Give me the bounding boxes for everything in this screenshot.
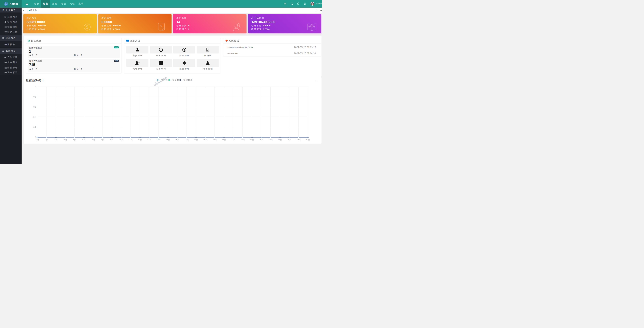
svg-text:13日: 13日 <box>147 138 152 141</box>
svg-text:0.2: 0.2 <box>34 126 36 128</box>
svg-text:24日: 24日 <box>250 138 254 141</box>
svg-text:0.6: 0.6 <box>34 106 36 108</box>
svg-text:6日: 6日 <box>82 138 86 141</box>
svg-text:15日: 15日 <box>166 138 170 141</box>
svg-text:2日: 2日 <box>45 138 48 141</box>
svg-text:20日: 20日 <box>212 138 217 141</box>
svg-text:?: ? <box>160 24 162 29</box>
svg-text:18日: 18日 <box>194 138 198 141</box>
svg-text:B: B <box>2 9 4 12</box>
svg-text:19日: 19日 <box>203 138 208 141</box>
svg-text:28日: 28日 <box>287 138 291 141</box>
svg-text:22日: 22日 <box>231 138 236 141</box>
svg-text:21日: 21日 <box>222 138 226 141</box>
svg-text:0: 0 <box>35 136 36 139</box>
svg-text:9日: 9日 <box>110 138 114 141</box>
svg-text:4日: 4日 <box>64 138 67 141</box>
svg-text:26日: 26日 <box>268 138 273 141</box>
svg-text:10日: 10日 <box>119 138 123 141</box>
svg-text:0.4: 0.4 <box>34 116 36 118</box>
svg-text:11日: 11日 <box>128 138 132 141</box>
svg-text:7日: 7日 <box>92 138 95 141</box>
svg-text:30日: 30日 <box>306 138 310 141</box>
svg-text:25日: 25日 <box>259 138 263 141</box>
svg-text:12日: 12日 <box>138 138 142 141</box>
svg-text:1: 1 <box>35 86 36 88</box>
svg-text:1日: 1日 <box>36 138 39 141</box>
svg-text:17日: 17日 <box>184 138 189 141</box>
svg-text:8日: 8日 <box>101 138 104 141</box>
svg-text:23日: 23日 <box>240 138 245 141</box>
svg-text:0.8: 0.8 <box>34 96 36 98</box>
svg-text:5日: 5日 <box>73 138 76 141</box>
svg-text:$: $ <box>86 25 88 30</box>
svg-text:27日: 27日 <box>278 138 282 141</box>
svg-text:16日: 16日 <box>175 138 180 141</box>
svg-text:3日: 3日 <box>54 138 58 141</box>
svg-text:14日: 14日 <box>156 138 161 141</box>
svg-text:29日: 29日 <box>296 138 301 141</box>
